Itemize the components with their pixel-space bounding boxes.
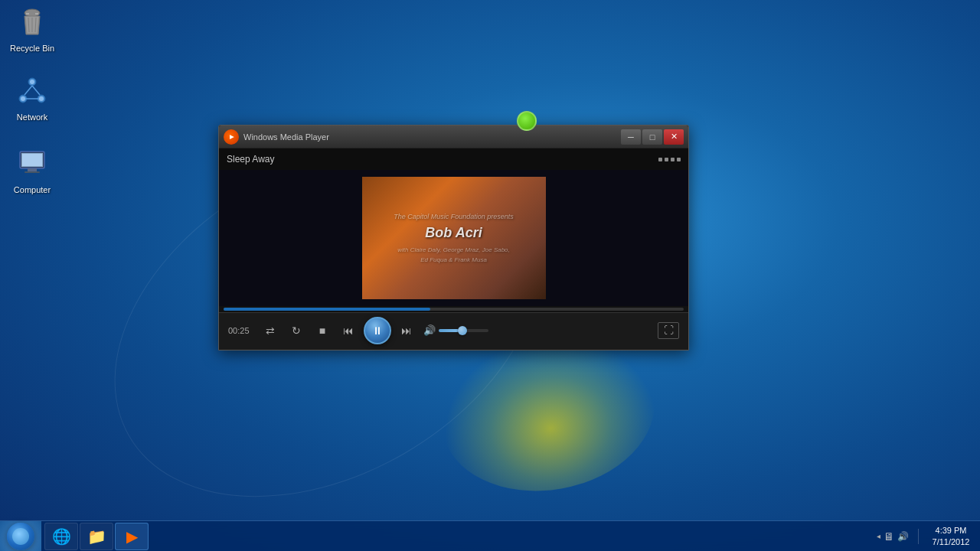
svg-rect-17 bbox=[28, 168, 37, 171]
wmp-window-controls: ─ □ ✕ bbox=[621, 129, 684, 145]
wmp-window: Windows Media Player ─ □ ✕ Sleep Away Th… bbox=[218, 125, 689, 350]
wmp-shuffle-button[interactable]: ⇄ bbox=[260, 320, 281, 341]
ie-icon: 🌐 bbox=[52, 527, 71, 546]
svg-point-13 bbox=[21, 96, 25, 101]
cursor-indicator bbox=[517, 111, 537, 131]
stop-icon: ■ bbox=[319, 324, 325, 337]
start-orb-inner bbox=[12, 528, 29, 545]
svg-rect-1 bbox=[26, 13, 29, 15]
svg-rect-18 bbox=[24, 171, 40, 173]
desktop: Recycle Bin Network Computer bbox=[0, 0, 980, 551]
wmp-nowplaying-bar: Sleep Away bbox=[219, 148, 688, 170]
tray-volume-icon[interactable]: 🔊 bbox=[897, 531, 909, 542]
wmp-repeat-button[interactable]: ↻ bbox=[286, 320, 307, 341]
wmp-progress-track[interactable] bbox=[224, 308, 684, 311]
svg-line-9 bbox=[24, 86, 32, 95]
volume-icon: 🔊 bbox=[423, 324, 436, 336]
taskbar-item-ie[interactable]: 🌐 bbox=[44, 523, 78, 550]
wmp-prev-button[interactable]: ⏮ bbox=[338, 320, 359, 341]
recycle-bin-label: Recycle Bin bbox=[10, 44, 54, 53]
pause-icon: ⏸ bbox=[372, 324, 383, 337]
wmp-album-art: The Capitol Music Foundation presents Bo… bbox=[362, 177, 546, 299]
svg-rect-2 bbox=[35, 13, 38, 15]
menu-dot-1 bbox=[658, 158, 662, 161]
wmp-logo-icon bbox=[224, 129, 239, 145]
system-clock[interactable]: 4:39 PM 7/11/2012 bbox=[928, 525, 974, 547]
album-art-info: The Capitol Music Foundation presents Bo… bbox=[394, 211, 514, 266]
wmp-fullscreen-button[interactable]: ⛶ bbox=[658, 322, 679, 339]
svg-point-12 bbox=[30, 80, 34, 84]
desktop-icon-computer[interactable]: Computer bbox=[4, 145, 60, 199]
svg-rect-19 bbox=[22, 154, 42, 166]
tray-separator bbox=[918, 529, 919, 544]
wmp-volume-control[interactable]: 🔊 bbox=[423, 324, 488, 336]
wmp-progress-container[interactable] bbox=[219, 306, 688, 312]
explorer-icon: 📁 bbox=[87, 527, 106, 546]
repeat-icon: ↻ bbox=[292, 324, 301, 337]
system-tray: ◂ 🖥 🔊 bbox=[877, 530, 909, 543]
wmp-titlebar[interactable]: Windows Media Player ─ □ ✕ bbox=[219, 126, 688, 148]
tray-chevron-icon[interactable]: ◂ bbox=[877, 532, 880, 540]
wmp-progress-fill bbox=[224, 308, 430, 311]
volume-fill bbox=[439, 329, 459, 332]
computer-icon bbox=[17, 148, 47, 179]
wmp-track-title: Sleep Away bbox=[227, 154, 275, 165]
wmp-controls: 00:25 ⇄ ↻ ■ ⏮ ⏸ ⏭ 🔊 bbox=[219, 312, 688, 347]
desktop-icon-recycle-bin[interactable]: Recycle Bin bbox=[4, 4, 60, 57]
wmp-stop-button[interactable]: ■ bbox=[312, 320, 333, 341]
wmp-elapsed-time: 00:25 bbox=[228, 326, 255, 335]
tray-network-icon[interactable]: 🖥 bbox=[884, 530, 894, 543]
taskbar-item-explorer[interactable]: 📁 bbox=[80, 523, 113, 550]
artist-name: Bob Acri bbox=[394, 222, 514, 244]
svg-point-14 bbox=[39, 96, 44, 101]
wmp-next-button[interactable]: ⏭ bbox=[396, 320, 417, 341]
menu-dot-3 bbox=[671, 158, 675, 161]
clock-date: 7/11/2012 bbox=[928, 536, 974, 547]
wmp-video-area: The Capitol Music Foundation presents Bo… bbox=[219, 170, 688, 306]
start-orb bbox=[7, 523, 34, 550]
next-icon: ⏭ bbox=[401, 324, 412, 337]
wmp-close-button[interactable]: ✕ bbox=[664, 129, 684, 145]
wmp-taskbar-icon: ▶ bbox=[126, 527, 138, 546]
taskbar-item-wmp[interactable]: ▶ bbox=[115, 523, 149, 550]
wmp-maximize-button[interactable]: □ bbox=[642, 129, 662, 145]
network-label: Network bbox=[17, 112, 47, 122]
taskbar: 🌐 📁 ▶ ◂ 🖥 🔊 4:39 PM 7/11/2012 bbox=[0, 520, 980, 551]
volume-track[interactable] bbox=[439, 329, 488, 332]
clock-time: 4:39 PM bbox=[928, 525, 974, 536]
start-button[interactable] bbox=[0, 521, 41, 552]
volume-thumb[interactable] bbox=[458, 326, 467, 335]
taskbar-items: 🌐 📁 ▶ bbox=[44, 523, 871, 550]
wmp-pause-button[interactable]: ⏸ bbox=[364, 317, 391, 344]
computer-label: Computer bbox=[14, 185, 51, 194]
shuffle-icon: ⇄ bbox=[266, 324, 275, 337]
wmp-minimize-button[interactable]: ─ bbox=[621, 129, 641, 145]
desktop-icon-network[interactable]: Network bbox=[4, 73, 60, 126]
network-icon bbox=[17, 76, 47, 106]
menu-dot-4 bbox=[677, 158, 681, 161]
recycle-bin-icon bbox=[17, 7, 47, 37]
svg-line-10 bbox=[32, 86, 40, 95]
fullscreen-icon: ⛶ bbox=[664, 324, 674, 336]
wmp-title: Windows Media Player bbox=[243, 132, 621, 142]
prev-icon: ⏮ bbox=[343, 324, 354, 337]
taskbar-right: ◂ 🖥 🔊 4:39 PM 7/11/2012 bbox=[871, 525, 980, 547]
menu-dot-2 bbox=[665, 158, 668, 161]
wmp-nowplaying-menu[interactable] bbox=[658, 158, 681, 161]
